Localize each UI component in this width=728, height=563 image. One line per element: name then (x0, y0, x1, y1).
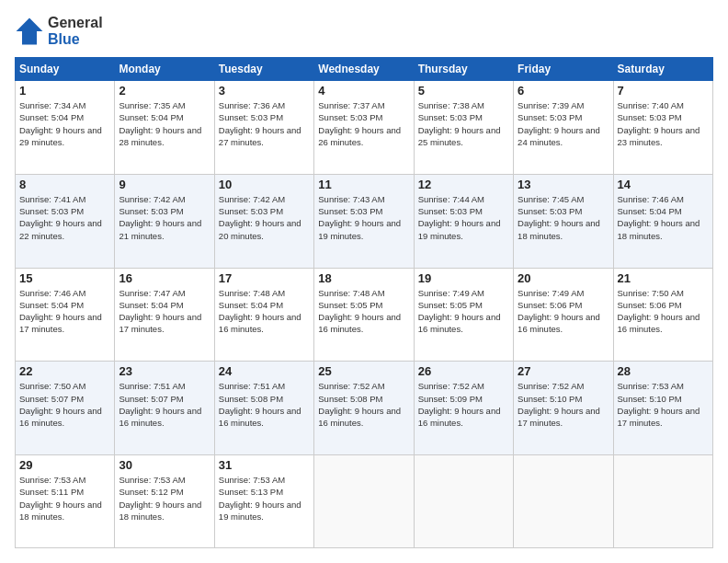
table-cell: 5 Sunrise: 7:38 AMSunset: 5:03 PMDayligh… (414, 81, 513, 175)
col-friday: Friday (514, 58, 613, 81)
col-tuesday: Tuesday (214, 58, 313, 81)
table-cell: 11 Sunrise: 7:43 AMSunset: 5:03 PMDaylig… (314, 174, 414, 268)
table-cell (514, 455, 613, 548)
day-number: 30 (119, 458, 210, 472)
day-info: Sunrise: 7:35 AMSunset: 5:04 PMDaylight:… (119, 99, 210, 148)
table-cell: 10 Sunrise: 7:42 AMSunset: 5:03 PMDaylig… (214, 174, 313, 268)
table-cell: 23 Sunrise: 7:51 AMSunset: 5:07 PMDaylig… (115, 362, 214, 455)
day-number: 14 (618, 178, 709, 191)
day-number: 5 (418, 84, 509, 98)
day-info: Sunrise: 7:49 AMSunset: 5:05 PMDaylight:… (418, 287, 509, 336)
day-info: Sunrise: 7:46 AMSunset: 5:04 PMDaylight:… (618, 193, 709, 242)
day-info: Sunrise: 7:47 AMSunset: 5:04 PMDaylight:… (119, 287, 210, 336)
page: General Blue Sunday Monday Tuesday Wedne… (0, 0, 728, 563)
day-info: Sunrise: 7:41 AMSunset: 5:03 PMDaylight:… (19, 193, 110, 242)
day-info: Sunrise: 7:37 AMSunset: 5:03 PMDaylight:… (318, 99, 409, 148)
day-info: Sunrise: 7:49 AMSunset: 5:06 PMDaylight:… (518, 287, 609, 336)
table-cell: 20 Sunrise: 7:49 AMSunset: 5:06 PMDaylig… (514, 268, 613, 362)
table-cell: 28 Sunrise: 7:53 AMSunset: 5:10 PMDaylig… (613, 362, 712, 455)
day-info: Sunrise: 7:43 AMSunset: 5:03 PMDaylight:… (318, 193, 409, 242)
day-info: Sunrise: 7:53 AMSunset: 5:12 PMDaylight:… (119, 474, 210, 523)
col-sunday: Sunday (16, 58, 115, 81)
day-number: 9 (119, 178, 210, 191)
table-cell: 3 Sunrise: 7:36 AMSunset: 5:03 PMDayligh… (214, 81, 313, 175)
day-info: Sunrise: 7:45 AMSunset: 5:03 PMDaylight:… (518, 193, 609, 242)
table-cell: 30 Sunrise: 7:53 AMSunset: 5:12 PMDaylig… (115, 455, 214, 548)
table-cell: 15 Sunrise: 7:46 AMSunset: 5:04 PMDaylig… (16, 268, 115, 362)
day-number: 1 (19, 84, 110, 98)
day-number: 27 (518, 364, 609, 378)
col-monday: Monday (115, 58, 214, 81)
table-cell: 26 Sunrise: 7:52 AMSunset: 5:09 PMDaylig… (414, 362, 513, 455)
day-number: 18 (318, 271, 409, 285)
table-cell: 27 Sunrise: 7:52 AMSunset: 5:10 PMDaylig… (514, 362, 613, 455)
table-cell: 9 Sunrise: 7:42 AMSunset: 5:03 PMDayligh… (115, 174, 214, 268)
logo: General Blue (15, 15, 103, 48)
day-info: Sunrise: 7:51 AMSunset: 5:08 PMDaylight:… (219, 380, 310, 429)
day-info: Sunrise: 7:50 AMSunset: 5:06 PMDaylight:… (618, 287, 709, 336)
table-cell: 24 Sunrise: 7:51 AMSunset: 5:08 PMDaylig… (214, 362, 313, 455)
day-number: 31 (219, 458, 310, 472)
day-number: 29 (19, 458, 110, 472)
day-info: Sunrise: 7:52 AMSunset: 5:08 PMDaylight:… (318, 380, 409, 429)
day-info: Sunrise: 7:39 AMSunset: 5:03 PMDaylight:… (518, 99, 609, 148)
day-number: 13 (518, 178, 609, 191)
table-cell: 7 Sunrise: 7:40 AMSunset: 5:03 PMDayligh… (613, 81, 712, 175)
table-cell: 16 Sunrise: 7:47 AMSunset: 5:04 PMDaylig… (115, 268, 214, 362)
header: General Blue (15, 15, 713, 48)
col-saturday: Saturday (613, 58, 712, 81)
day-info: Sunrise: 7:40 AMSunset: 5:03 PMDaylight:… (618, 99, 709, 148)
day-info: Sunrise: 7:36 AMSunset: 5:03 PMDaylight:… (219, 99, 310, 148)
day-number: 11 (318, 178, 409, 191)
day-number: 28 (618, 364, 709, 378)
day-number: 7 (618, 84, 709, 98)
day-info: Sunrise: 7:51 AMSunset: 5:07 PMDaylight:… (119, 380, 210, 429)
day-info: Sunrise: 7:48 AMSunset: 5:04 PMDaylight:… (219, 287, 310, 336)
day-info: Sunrise: 7:48 AMSunset: 5:05 PMDaylight:… (318, 287, 409, 336)
table-cell: 8 Sunrise: 7:41 AMSunset: 5:03 PMDayligh… (16, 174, 115, 268)
day-number: 10 (219, 178, 310, 191)
day-number: 24 (219, 364, 310, 378)
day-info: Sunrise: 7:53 AMSunset: 5:11 PMDaylight:… (19, 474, 110, 523)
day-info: Sunrise: 7:42 AMSunset: 5:03 PMDaylight:… (219, 193, 310, 242)
table-cell: 21 Sunrise: 7:50 AMSunset: 5:06 PMDaylig… (613, 268, 712, 362)
table-cell: 19 Sunrise: 7:49 AMSunset: 5:05 PMDaylig… (414, 268, 513, 362)
day-info: Sunrise: 7:50 AMSunset: 5:07 PMDaylight:… (19, 380, 110, 429)
calendar-header-row: Sunday Monday Tuesday Wednesday Thursday… (16, 58, 713, 81)
svg-marker-0 (17, 18, 43, 45)
logo-text: General Blue (48, 15, 103, 48)
table-cell: 17 Sunrise: 7:48 AMSunset: 5:04 PMDaylig… (214, 268, 313, 362)
day-number: 20 (518, 271, 609, 285)
day-number: 26 (418, 364, 509, 378)
day-info: Sunrise: 7:53 AMSunset: 5:13 PMDaylight:… (219, 474, 310, 523)
table-cell: 1 Sunrise: 7:34 AMSunset: 5:04 PMDayligh… (16, 81, 115, 175)
logo-icon (15, 17, 44, 46)
day-info: Sunrise: 7:53 AMSunset: 5:10 PMDaylight:… (618, 380, 709, 429)
day-info: Sunrise: 7:44 AMSunset: 5:03 PMDaylight:… (418, 193, 509, 242)
day-number: 19 (418, 271, 509, 285)
day-info: Sunrise: 7:52 AMSunset: 5:09 PMDaylight:… (418, 380, 509, 429)
day-number: 8 (19, 178, 110, 191)
col-thursday: Thursday (414, 58, 513, 81)
table-cell: 18 Sunrise: 7:48 AMSunset: 5:05 PMDaylig… (314, 268, 414, 362)
table-cell (613, 455, 712, 548)
day-number: 3 (219, 84, 310, 98)
day-info: Sunrise: 7:42 AMSunset: 5:03 PMDaylight:… (119, 193, 210, 242)
table-cell: 6 Sunrise: 7:39 AMSunset: 5:03 PMDayligh… (514, 81, 613, 175)
table-cell: 31 Sunrise: 7:53 AMSunset: 5:13 PMDaylig… (214, 455, 313, 548)
table-cell: 14 Sunrise: 7:46 AMSunset: 5:04 PMDaylig… (613, 174, 712, 268)
table-cell: 13 Sunrise: 7:45 AMSunset: 5:03 PMDaylig… (514, 174, 613, 268)
day-number: 22 (19, 364, 110, 378)
day-number: 15 (19, 271, 110, 285)
table-cell (314, 455, 414, 548)
table-cell: 2 Sunrise: 7:35 AMSunset: 5:04 PMDayligh… (115, 81, 214, 175)
day-info: Sunrise: 7:46 AMSunset: 5:04 PMDaylight:… (19, 287, 110, 336)
day-number: 2 (119, 84, 210, 98)
day-number: 12 (418, 178, 509, 191)
day-number: 16 (119, 271, 210, 285)
day-number: 17 (219, 271, 310, 285)
table-cell: 12 Sunrise: 7:44 AMSunset: 5:03 PMDaylig… (414, 174, 513, 268)
table-cell: 29 Sunrise: 7:53 AMSunset: 5:11 PMDaylig… (16, 455, 115, 548)
day-number: 23 (119, 364, 210, 378)
calendar-table: Sunday Monday Tuesday Wednesday Thursday… (15, 57, 713, 548)
